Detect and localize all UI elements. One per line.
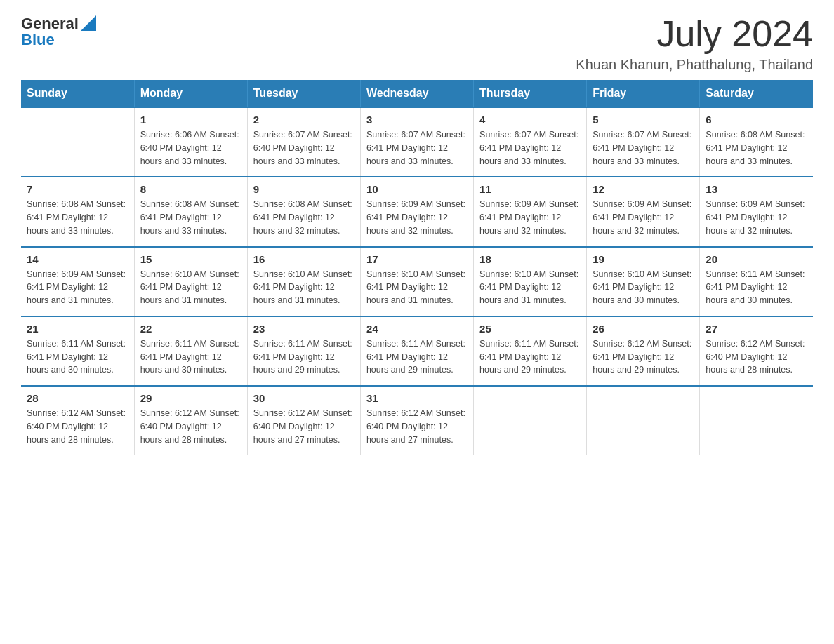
calendar-cell: 31Sunrise: 6:12 AM Sunset: 6:40 PM Dayli… (360, 386, 473, 455)
day-number: 28 (27, 392, 128, 404)
header-monday: Monday (134, 80, 247, 107)
day-number: 7 (27, 183, 128, 195)
calendar-cell: 24Sunrise: 6:11 AM Sunset: 6:41 PM Dayli… (360, 316, 473, 386)
day-number: 21 (27, 323, 128, 335)
calendar-table: SundayMondayTuesdayWednesdayThursdayFrid… (21, 80, 813, 455)
logo: General Blue (21, 14, 96, 49)
calendar-cell: 27Sunrise: 6:12 AM Sunset: 6:40 PM Dayli… (700, 316, 813, 386)
day-number: 18 (479, 253, 581, 265)
calendar-cell: 21Sunrise: 6:11 AM Sunset: 6:41 PM Dayli… (21, 316, 134, 386)
day-info: Sunrise: 6:07 AM Sunset: 6:41 PM Dayligh… (366, 128, 468, 168)
calendar-cell: 11Sunrise: 6:09 AM Sunset: 6:41 PM Dayli… (474, 177, 587, 246)
day-number: 14 (27, 253, 128, 265)
header-tuesday: Tuesday (247, 80, 360, 107)
day-number: 2 (253, 114, 355, 126)
calendar-cell: 16Sunrise: 6:10 AM Sunset: 6:41 PM Dayli… (247, 247, 360, 316)
day-info: Sunrise: 6:09 AM Sunset: 6:41 PM Dayligh… (479, 198, 581, 237)
day-info: Sunrise: 6:12 AM Sunset: 6:40 PM Dayligh… (366, 407, 468, 446)
day-info: Sunrise: 6:10 AM Sunset: 6:41 PM Dayligh… (366, 268, 468, 307)
day-number: 12 (593, 183, 694, 195)
calendar-cell: 1Sunrise: 6:06 AM Sunset: 6:40 PM Daylig… (134, 107, 247, 177)
week-row-4: 21Sunrise: 6:11 AM Sunset: 6:41 PM Dayli… (21, 316, 813, 386)
header-friday: Friday (587, 80, 700, 107)
month-year-title: July 2024 (576, 14, 813, 54)
calendar-cell: 7Sunrise: 6:08 AM Sunset: 6:41 PM Daylig… (21, 177, 134, 246)
day-info: Sunrise: 6:12 AM Sunset: 6:40 PM Dayligh… (706, 337, 807, 377)
day-number: 9 (253, 183, 355, 195)
day-info: Sunrise: 6:10 AM Sunset: 6:41 PM Dayligh… (253, 268, 355, 307)
day-info: Sunrise: 6:06 AM Sunset: 6:40 PM Dayligh… (140, 128, 241, 168)
calendar-cell: 19Sunrise: 6:10 AM Sunset: 6:41 PM Dayli… (587, 247, 700, 316)
header-sunday: Sunday (21, 80, 134, 107)
day-number: 25 (479, 323, 581, 335)
day-number: 22 (140, 323, 241, 335)
week-row-5: 28Sunrise: 6:12 AM Sunset: 6:40 PM Dayli… (21, 386, 813, 455)
day-number: 17 (366, 253, 468, 265)
calendar-cell: 6Sunrise: 6:08 AM Sunset: 6:41 PM Daylig… (700, 107, 813, 177)
day-info: Sunrise: 6:07 AM Sunset: 6:41 PM Dayligh… (479, 128, 581, 168)
header-thursday: Thursday (474, 80, 587, 107)
calendar-cell: 17Sunrise: 6:10 AM Sunset: 6:41 PM Dayli… (360, 247, 473, 316)
day-info: Sunrise: 6:11 AM Sunset: 6:41 PM Dayligh… (479, 337, 581, 377)
title-block: July 2024 Khuan Khanun, Phatthalung, Tha… (576, 14, 813, 73)
calendar-cell: 4Sunrise: 6:07 AM Sunset: 6:41 PM Daylig… (474, 107, 587, 177)
day-info: Sunrise: 6:12 AM Sunset: 6:41 PM Dayligh… (593, 337, 694, 377)
day-number: 3 (366, 114, 468, 126)
day-number: 30 (253, 392, 355, 404)
day-info: Sunrise: 6:11 AM Sunset: 6:41 PM Dayligh… (366, 337, 468, 377)
day-number: 29 (140, 392, 241, 404)
calendar-cell: 18Sunrise: 6:10 AM Sunset: 6:41 PM Dayli… (474, 247, 587, 316)
day-number: 8 (140, 183, 241, 195)
calendar-cell: 22Sunrise: 6:11 AM Sunset: 6:41 PM Dayli… (134, 316, 247, 386)
calendar-cell (474, 386, 587, 455)
day-number: 23 (253, 323, 355, 335)
logo-triangle-icon (81, 15, 96, 31)
day-number: 4 (479, 114, 581, 126)
calendar-cell: 12Sunrise: 6:09 AM Sunset: 6:41 PM Dayli… (587, 177, 700, 246)
day-info: Sunrise: 6:12 AM Sunset: 6:40 PM Dayligh… (140, 407, 241, 446)
logo-blue: Blue (21, 31, 55, 49)
day-info: Sunrise: 6:07 AM Sunset: 6:41 PM Dayligh… (593, 128, 694, 168)
day-info: Sunrise: 6:08 AM Sunset: 6:41 PM Dayligh… (140, 198, 241, 237)
day-info: Sunrise: 6:07 AM Sunset: 6:40 PM Dayligh… (253, 128, 355, 168)
day-info: Sunrise: 6:09 AM Sunset: 6:41 PM Dayligh… (366, 198, 468, 237)
calendar-cell (700, 386, 813, 455)
day-number: 13 (706, 183, 807, 195)
week-row-2: 7Sunrise: 6:08 AM Sunset: 6:41 PM Daylig… (21, 177, 813, 246)
day-info: Sunrise: 6:10 AM Sunset: 6:41 PM Dayligh… (593, 268, 694, 307)
day-number: 1 (140, 114, 241, 126)
calendar-cell: 10Sunrise: 6:09 AM Sunset: 6:41 PM Dayli… (360, 177, 473, 246)
week-row-1: 1Sunrise: 6:06 AM Sunset: 6:40 PM Daylig… (21, 107, 813, 177)
day-info: Sunrise: 6:09 AM Sunset: 6:41 PM Dayligh… (593, 198, 694, 237)
day-info: Sunrise: 6:09 AM Sunset: 6:41 PM Dayligh… (27, 268, 128, 307)
calendar-cell: 14Sunrise: 6:09 AM Sunset: 6:41 PM Dayli… (21, 247, 134, 316)
day-info: Sunrise: 6:12 AM Sunset: 6:40 PM Dayligh… (27, 407, 128, 446)
day-info: Sunrise: 6:08 AM Sunset: 6:41 PM Dayligh… (27, 198, 128, 237)
day-info: Sunrise: 6:08 AM Sunset: 6:41 PM Dayligh… (706, 128, 807, 168)
calendar-cell (587, 386, 700, 455)
calendar-cell: 23Sunrise: 6:11 AM Sunset: 6:41 PM Dayli… (247, 316, 360, 386)
week-row-3: 14Sunrise: 6:09 AM Sunset: 6:41 PM Dayli… (21, 247, 813, 316)
svg-marker-0 (81, 15, 96, 31)
page-header: General Blue July 2024 Khuan Khanun, Pha… (21, 14, 813, 73)
calendar-cell (21, 107, 134, 177)
day-number: 20 (706, 253, 807, 265)
header-saturday: Saturday (700, 80, 813, 107)
day-info: Sunrise: 6:10 AM Sunset: 6:41 PM Dayligh… (140, 268, 241, 307)
day-info: Sunrise: 6:09 AM Sunset: 6:41 PM Dayligh… (706, 198, 807, 237)
day-number: 31 (366, 392, 468, 404)
header-row: SundayMondayTuesdayWednesdayThursdayFrid… (21, 80, 813, 107)
day-number: 15 (140, 253, 241, 265)
calendar-cell: 9Sunrise: 6:08 AM Sunset: 6:41 PM Daylig… (247, 177, 360, 246)
calendar-cell: 2Sunrise: 6:07 AM Sunset: 6:40 PM Daylig… (247, 107, 360, 177)
day-info: Sunrise: 6:10 AM Sunset: 6:41 PM Dayligh… (479, 268, 581, 307)
day-number: 6 (706, 114, 807, 126)
calendar-cell: 20Sunrise: 6:11 AM Sunset: 6:41 PM Dayli… (700, 247, 813, 316)
day-number: 10 (366, 183, 468, 195)
day-number: 24 (366, 323, 468, 335)
calendar-cell: 25Sunrise: 6:11 AM Sunset: 6:41 PM Dayli… (474, 316, 587, 386)
day-info: Sunrise: 6:11 AM Sunset: 6:41 PM Dayligh… (27, 337, 128, 377)
calendar-body: 1Sunrise: 6:06 AM Sunset: 6:40 PM Daylig… (21, 107, 813, 455)
calendar-cell: 29Sunrise: 6:12 AM Sunset: 6:40 PM Dayli… (134, 386, 247, 455)
calendar-cell: 3Sunrise: 6:07 AM Sunset: 6:41 PM Daylig… (360, 107, 473, 177)
